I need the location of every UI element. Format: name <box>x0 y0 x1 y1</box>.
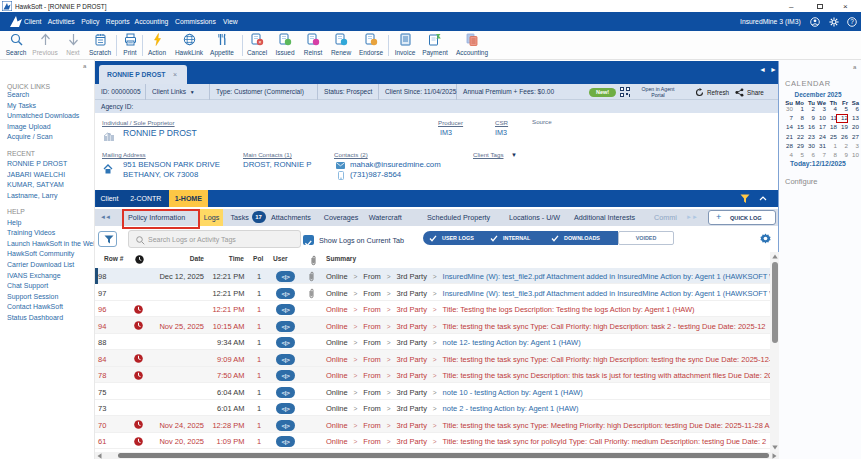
svg-text:?: ? <box>850 18 854 25</box>
svg-text:×: × <box>258 39 261 45</box>
